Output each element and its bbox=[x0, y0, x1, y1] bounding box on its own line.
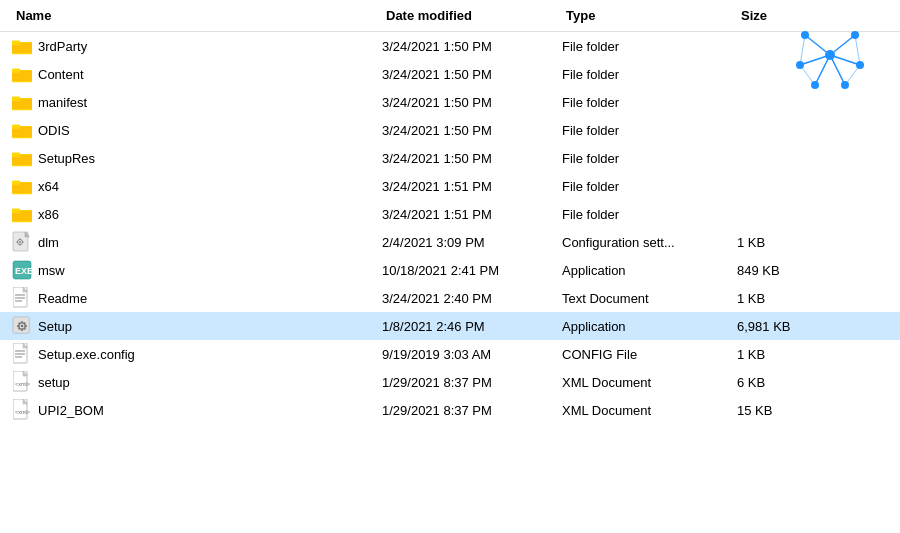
cfgfile-icon bbox=[12, 345, 32, 363]
list-item[interactable]: ODIS 3/24/2021 1:50 PM File folder bbox=[0, 116, 900, 144]
file-name: ODIS bbox=[12, 121, 382, 139]
svg-rect-34 bbox=[12, 181, 20, 186]
file-name-label: setup bbox=[38, 375, 70, 390]
file-name: <xml> setup bbox=[12, 373, 382, 391]
file-size: 849 KB bbox=[737, 263, 837, 278]
file-date: 2/4/2021 3:09 PM bbox=[382, 235, 562, 250]
file-name-label: ODIS bbox=[38, 123, 70, 138]
file-name-label: x86 bbox=[38, 207, 59, 222]
file-name: x86 bbox=[12, 205, 382, 223]
file-date: 3/24/2021 1:50 PM bbox=[382, 95, 562, 110]
file-type: Text Document bbox=[562, 291, 737, 306]
file-type: XML Document bbox=[562, 403, 737, 418]
file-name-label: UPI2_BOM bbox=[38, 403, 104, 418]
file-date: 1/8/2021 2:46 PM bbox=[382, 319, 562, 334]
svg-rect-31 bbox=[12, 153, 20, 158]
folder-icon bbox=[12, 121, 32, 139]
list-item[interactable]: 3rdParty 3/24/2021 1:50 PM File folder bbox=[0, 32, 900, 60]
file-type: File folder bbox=[562, 95, 737, 110]
file-date: 3/24/2021 2:40 PM bbox=[382, 291, 562, 306]
list-item[interactable]: <xml> UPI2_BOM 1/29/2021 8:37 PM XML Doc… bbox=[0, 396, 900, 424]
config-icon bbox=[12, 233, 32, 251]
file-size: 6,981 KB bbox=[737, 319, 837, 334]
list-item[interactable]: SetupRes 3/24/2021 1:50 PM File folder bbox=[0, 144, 900, 172]
svg-line-16 bbox=[845, 65, 860, 85]
svg-rect-45 bbox=[22, 241, 24, 243]
file-name: dlm bbox=[12, 233, 382, 251]
folder-icon bbox=[12, 93, 32, 111]
svg-rect-25 bbox=[12, 97, 20, 102]
svg-rect-57 bbox=[21, 329, 23, 331]
file-size: 1 KB bbox=[737, 235, 837, 250]
folder-icon bbox=[12, 65, 32, 83]
list-item[interactable]: dlm 2/4/2021 3:09 PM Configuration sett.… bbox=[0, 228, 900, 256]
xml-icon: <xml> bbox=[12, 401, 32, 419]
file-name: 3rdParty bbox=[12, 37, 382, 55]
file-type: File folder bbox=[562, 123, 737, 138]
svg-rect-44 bbox=[17, 241, 19, 243]
svg-rect-22 bbox=[12, 69, 20, 74]
file-name-label: dlm bbox=[38, 235, 59, 250]
col-date[interactable]: Date modified bbox=[382, 6, 562, 25]
svg-rect-56 bbox=[21, 321, 23, 323]
table-header: Name Date modified Type Size bbox=[0, 0, 900, 32]
file-name: EXE msw bbox=[12, 261, 382, 279]
svg-rect-19 bbox=[12, 41, 20, 46]
file-name: Readme bbox=[12, 289, 382, 307]
file-date: 3/24/2021 1:50 PM bbox=[382, 39, 562, 54]
svg-line-13 bbox=[800, 35, 805, 65]
app-logo bbox=[780, 15, 880, 95]
xml-icon: <xml> bbox=[12, 373, 32, 391]
svg-point-55 bbox=[21, 325, 24, 328]
svg-point-41 bbox=[19, 241, 21, 243]
svg-line-8 bbox=[830, 35, 855, 55]
folder-icon bbox=[12, 177, 32, 195]
file-date: 10/18/2021 2:41 PM bbox=[382, 263, 562, 278]
file-type: File folder bbox=[562, 151, 737, 166]
list-item[interactable]: Setup.exe.config 9/19/2019 3:03 AM CONFI… bbox=[0, 340, 900, 368]
file-type: File folder bbox=[562, 207, 737, 222]
svg-line-14 bbox=[855, 35, 860, 65]
file-name-label: msw bbox=[38, 263, 65, 278]
folder-icon bbox=[12, 205, 32, 223]
file-type: Application bbox=[562, 263, 737, 278]
file-size: 6 KB bbox=[737, 375, 837, 390]
file-name-label: manifest bbox=[38, 95, 87, 110]
file-name-label: Setup.exe.config bbox=[38, 347, 135, 362]
app-icon: EXE bbox=[12, 261, 32, 279]
svg-text:<xml>: <xml> bbox=[15, 381, 30, 387]
file-name: x64 bbox=[12, 177, 382, 195]
file-date: 3/24/2021 1:50 PM bbox=[382, 67, 562, 82]
col-name[interactable]: Name bbox=[12, 6, 382, 25]
file-date: 3/24/2021 1:50 PM bbox=[382, 151, 562, 166]
list-item[interactable]: x86 3/24/2021 1:51 PM File folder bbox=[0, 200, 900, 228]
file-date: 3/24/2021 1:51 PM bbox=[382, 179, 562, 194]
file-type: CONFIG File bbox=[562, 347, 737, 362]
file-explorer: Name Date modified Type Size 3rdParty 3/… bbox=[0, 0, 900, 533]
file-list: 3rdParty 3/24/2021 1:50 PM File folder C… bbox=[0, 32, 900, 424]
svg-text:EXE: EXE bbox=[15, 266, 32, 276]
file-size: 1 KB bbox=[737, 291, 837, 306]
file-name: <xml> UPI2_BOM bbox=[12, 401, 382, 419]
list-item[interactable]: Readme 3/24/2021 2:40 PM Text Document 1… bbox=[0, 284, 900, 312]
list-item[interactable]: manifest 3/24/2021 1:50 PM File folder bbox=[0, 88, 900, 116]
file-name: Setup bbox=[12, 317, 382, 335]
text-icon bbox=[12, 289, 32, 307]
svg-rect-37 bbox=[12, 209, 20, 214]
list-item[interactable]: <xml> setup 1/29/2021 8:37 PM XML Docume… bbox=[0, 368, 900, 396]
list-item[interactable]: Setup 1/8/2021 2:46 PM Application 6,981… bbox=[0, 312, 900, 340]
file-size: 15 KB bbox=[737, 403, 837, 418]
file-name-label: x64 bbox=[38, 179, 59, 194]
svg-rect-42 bbox=[19, 239, 21, 241]
col-type[interactable]: Type bbox=[562, 6, 737, 25]
file-date: 3/24/2021 1:50 PM bbox=[382, 123, 562, 138]
list-item[interactable]: EXE msw 10/18/2021 2:41 PM Application 8… bbox=[0, 256, 900, 284]
file-size: 1 KB bbox=[737, 347, 837, 362]
file-name: SetupRes bbox=[12, 149, 382, 167]
svg-line-7 bbox=[805, 35, 830, 55]
list-item[interactable]: Content 3/24/2021 1:50 PM File folder bbox=[0, 60, 900, 88]
list-item[interactable]: x64 3/24/2021 1:51 PM File folder bbox=[0, 172, 900, 200]
file-type: XML Document bbox=[562, 375, 737, 390]
file-name-label: 3rdParty bbox=[38, 39, 87, 54]
file-name-label: Readme bbox=[38, 291, 87, 306]
